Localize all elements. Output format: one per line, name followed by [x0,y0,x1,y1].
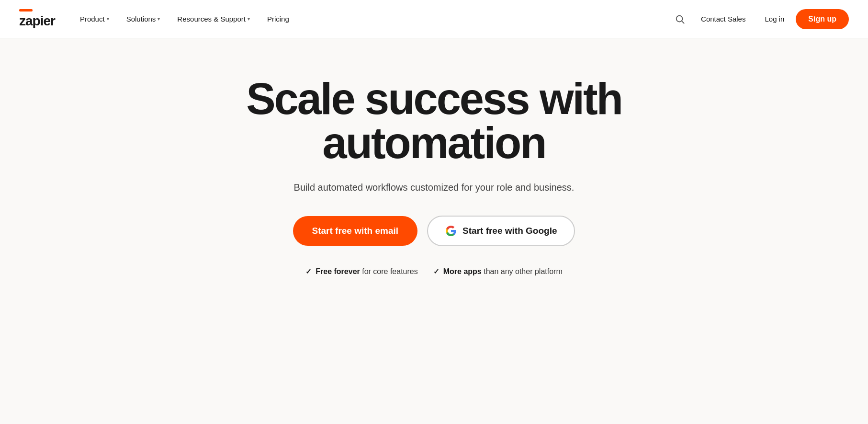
trust-bar: ✓ Free forever for core features ✓ More … [305,267,562,276]
google-logo-icon [445,225,457,237]
cta-buttons: Start free with email Start free with Go… [293,216,575,246]
hero-subtitle: Build automated workflows customized for… [294,180,575,195]
contact-sales-link[interactable]: Contact Sales [693,10,753,28]
nav-right: Contact Sales Log in Sign up [670,9,849,29]
check-icon: ✓ [305,267,312,276]
svg-line-1 [682,21,684,23]
start-email-button[interactable]: Start free with email [293,216,418,246]
hero-section: Scale success with automation Build auto… [0,38,868,305]
chevron-down-icon: ▾ [248,16,250,22]
nav-links: Product ▾ Solutions ▾ Resources & Suppor… [72,10,670,28]
trust-item-apps: ✓ More apps than any other platform [433,267,563,276]
search-icon [675,14,685,24]
search-button[interactable] [670,10,689,29]
svg-point-0 [676,15,683,22]
start-google-button[interactable]: Start free with Google [427,216,575,246]
hero-title: Scale success with automation [246,77,622,165]
log-in-link[interactable]: Log in [757,10,792,28]
logo[interactable]: zapier [19,9,55,29]
nav-item-product[interactable]: Product ▾ [72,10,117,28]
nav-item-solutions[interactable]: Solutions ▾ [119,10,168,28]
trust-item-free: ✓ Free forever for core features [305,267,417,276]
navbar: zapier Product ▾ Solutions ▾ Resources &… [0,0,868,38]
check-icon: ✓ [433,267,440,276]
nav-item-pricing[interactable]: Pricing [259,10,297,28]
chevron-down-icon: ▾ [158,16,160,22]
logo-wordmark: zapier [19,13,55,29]
logo-dash [19,9,33,11]
signup-button[interactable]: Sign up [796,9,849,29]
nav-item-resources[interactable]: Resources & Support ▾ [169,10,258,28]
chevron-down-icon: ▾ [107,16,109,22]
